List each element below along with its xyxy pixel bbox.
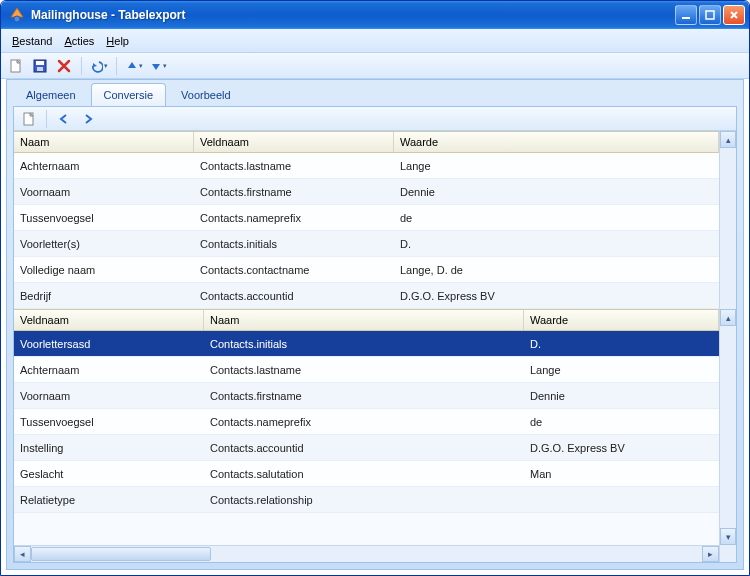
menu-bestand[interactable]: Bestand (7, 32, 57, 50)
titlebar[interactable]: Mailinghouse - Tabelexport (1, 1, 749, 29)
svg-rect-2 (706, 11, 714, 19)
next-button[interactable] (79, 110, 97, 128)
cell-waarde: Lange (394, 160, 719, 172)
cell-waarde: Lange (524, 364, 719, 376)
up-button[interactable]: ▾ (125, 57, 143, 75)
chevron-down-icon: ▾ (104, 62, 108, 70)
table-row[interactable]: Volledige naamContacts.contactnameLange,… (14, 257, 719, 283)
top-grid: Naam Veldnaam Waarde AchternaamContacts.… (14, 131, 736, 309)
svg-point-0 (14, 16, 20, 22)
table-row[interactable]: RelatietypeContacts.relationship (14, 487, 719, 513)
cell-waarde: D.G.O. Express BV (524, 442, 719, 454)
cell-veldnaam: Contacts.initials (194, 238, 394, 250)
top-grid-header: Naam Veldnaam Waarde (14, 131, 719, 153)
cell-veldnaam: Relatietype (14, 494, 204, 506)
chevron-down-icon: ▾ (139, 62, 143, 70)
scroll-left-icon[interactable]: ◂ (14, 546, 31, 562)
cell-veldnaam: Contacts.accountid (194, 290, 394, 302)
cell-veldnaam: Contacts.firstname (194, 186, 394, 198)
toolbar-separator (81, 57, 82, 75)
col-veldnaam[interactable]: Veldnaam (194, 132, 394, 152)
cell-waarde: Dennie (394, 186, 719, 198)
cell-naam: Voorletter(s) (14, 238, 194, 250)
cell-naam: Volledige naam (14, 264, 194, 276)
table-row[interactable]: VoornaamContacts.firstnameDennie (14, 383, 719, 409)
cell-naam: Achternaam (14, 160, 194, 172)
app-window: Mailinghouse - Tabelexport Bestand Actie… (0, 0, 750, 576)
cell-veldnaam: Voornaam (14, 390, 204, 402)
table-row[interactable]: GeslachtContacts.salutationMan (14, 461, 719, 487)
scroll-up-icon[interactable]: ▴ (720, 131, 736, 148)
menu-acties-label: cties (72, 35, 95, 47)
table-row[interactable]: BedrijfContacts.accountidD.G.O. Express … (14, 283, 719, 309)
cell-waarde: Dennie (524, 390, 719, 402)
hscroll-track[interactable] (31, 546, 702, 562)
table-row[interactable]: VoorlettersasdContacts.initialsD. (14, 331, 719, 357)
cell-waarde: Man (524, 468, 719, 480)
client-area: Algemeen Conversie Voorbeeld Naam (6, 79, 744, 570)
top-grid-vscroll[interactable]: ▴ (719, 131, 736, 309)
maximize-button[interactable] (699, 5, 721, 25)
table-row[interactable]: InstellingContacts.accountidD.G.O. Expre… (14, 435, 719, 461)
bottom-grid-header: Veldnaam Naam Waarde (14, 309, 719, 331)
tab-algemeen[interactable]: Algemeen (13, 83, 89, 106)
table-row[interactable]: TussenvoegselContacts.nameprefixde (14, 205, 719, 231)
undo-button[interactable]: ▾ (90, 57, 108, 75)
cell-naam: Bedrijf (14, 290, 194, 302)
grid-toolbar (14, 107, 736, 131)
cell-naam: Contacts.lastname (204, 364, 524, 376)
menubar: Bestand Acties Help (1, 29, 749, 53)
prev-button[interactable] (55, 110, 73, 128)
tab-strip: Algemeen Conversie Voorbeeld (7, 80, 743, 106)
cell-naam: Contacts.firstname (204, 390, 524, 402)
table-row[interactable]: TussenvoegselContacts.nameprefixde (14, 409, 719, 435)
cell-veldnaam: Tussenvoegsel (14, 416, 204, 428)
col-naam[interactable]: Naam (14, 132, 194, 152)
cell-waarde: de (394, 212, 719, 224)
bottom-grid-hscroll[interactable]: ◂ ▸ (14, 545, 719, 562)
save-button[interactable] (31, 57, 49, 75)
cell-naam: Tussenvoegsel (14, 212, 194, 224)
new-row-button[interactable] (20, 110, 38, 128)
col-veldnaam[interactable]: Veldnaam (14, 310, 204, 330)
col-waarde[interactable]: Waarde (524, 310, 719, 330)
scroll-down-icon[interactable]: ▾ (720, 528, 736, 545)
cell-naam: Voornaam (14, 186, 194, 198)
cell-waarde: de (524, 416, 719, 428)
menu-acties[interactable]: Acties (59, 32, 99, 50)
cell-naam: Contacts.accountid (204, 442, 524, 454)
tab-voorbeeld[interactable]: Voorbeeld (168, 83, 244, 106)
table-row[interactable]: Voorletter(s)Contacts.initialsD. (14, 231, 719, 257)
cell-veldnaam: Geslacht (14, 468, 204, 480)
down-button[interactable]: ▾ (149, 57, 167, 75)
col-naam[interactable]: Naam (204, 310, 524, 330)
close-button[interactable] (723, 5, 745, 25)
cell-waarde: D.G.O. Express BV (394, 290, 719, 302)
scroll-up-icon[interactable]: ▴ (720, 309, 736, 326)
menu-bestand-label: estand (19, 35, 52, 47)
cell-veldnaam: Contacts.lastname (194, 160, 394, 172)
cell-naam: Contacts.salutation (204, 468, 524, 480)
cell-naam: Contacts.relationship (204, 494, 524, 506)
main-toolbar: ▾ ▾ ▾ (1, 53, 749, 79)
window-title: Mailinghouse - Tabelexport (31, 8, 675, 22)
col-waarde[interactable]: Waarde (394, 132, 719, 152)
chevron-down-icon: ▾ (163, 62, 167, 70)
tab-conversie[interactable]: Conversie (91, 83, 167, 106)
cell-veldnaam: Contacts.contactname (194, 264, 394, 276)
minimize-button[interactable] (675, 5, 697, 25)
hscroll-thumb[interactable] (31, 547, 211, 561)
toolbar-separator (116, 57, 117, 75)
menu-help[interactable]: Help (101, 32, 134, 50)
tab-content: Naam Veldnaam Waarde AchternaamContacts.… (13, 106, 737, 563)
toolbar-separator (46, 110, 47, 128)
bottom-grid-vscroll[interactable]: ▴ ▾ (719, 309, 736, 562)
cell-veldnaam: Achternaam (14, 364, 204, 376)
svg-rect-1 (682, 17, 690, 19)
table-row[interactable]: VoornaamContacts.firstnameDennie (14, 179, 719, 205)
new-button[interactable] (7, 57, 25, 75)
table-row[interactable]: AchternaamContacts.lastnameLange (14, 357, 719, 383)
scroll-right-icon[interactable]: ▸ (702, 546, 719, 562)
delete-button[interactable] (55, 57, 73, 75)
table-row[interactable]: AchternaamContacts.lastnameLange (14, 153, 719, 179)
